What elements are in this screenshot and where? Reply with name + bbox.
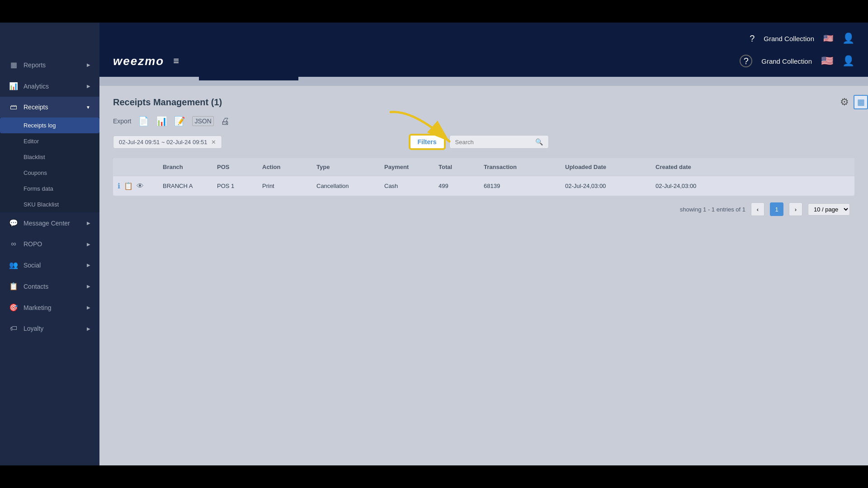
settings-icon[interactable]: ⚙	[840, 96, 849, 108]
menu-hamburger[interactable]: ≡	[173, 55, 179, 67]
ropo-icon: ∞	[9, 240, 18, 248]
ropo-expand-arrow: ▶	[87, 242, 90, 247]
search-icon: 🔍	[535, 138, 543, 145]
row-payment: Cash	[384, 183, 439, 189]
grid-view-icon[interactable]: ▦	[854, 95, 868, 109]
sidebar-item-reports-label: Reports	[24, 61, 46, 69]
reports-icon: ▦	[9, 61, 18, 69]
sub-item-blacklist[interactable]: Blacklist	[0, 149, 99, 165]
sidebar: ▦ Reports ▶ 📊 Analytics ▶ 🗃 Receipts ▼ R…	[0, 23, 99, 488]
row-view-icon[interactable]: 👁	[137, 182, 144, 190]
header-right: ? Grand Collection 🇺🇸 👤	[750, 33, 854, 44]
export-print-icon[interactable]: 🖨	[221, 116, 230, 127]
help-button[interactable]: ?	[750, 33, 755, 44]
user-icon[interactable]: 👤	[842, 33, 854, 44]
sidebar-item-receipts-label: Receipts	[24, 103, 48, 111]
sub-item-editor[interactable]: Editor	[0, 133, 99, 149]
sidebar-item-ropo[interactable]: ∞ ROPO ▶	[0, 234, 99, 254]
content-body: Receipts Management (1) ⚙ ▦ Export 📄 📊 📝…	[99, 86, 868, 488]
sidebar-item-ropo-label: ROPO	[24, 240, 42, 248]
sidebar-item-loyalty-label: Loyalty	[24, 325, 43, 332]
message-center-icon: 💬	[9, 219, 18, 227]
sidebar-item-marketing[interactable]: 🎯 Marketing ▶	[0, 297, 99, 318]
analytics-expand-arrow: ▶	[87, 84, 90, 89]
contacts-icon: 📋	[9, 282, 18, 291]
logo-text: weezmo	[113, 54, 164, 68]
sub-item-coupons[interactable]: Coupons	[0, 165, 99, 181]
col-total: Total	[439, 164, 484, 170]
header-user-icon[interactable]: 👤	[842, 55, 854, 67]
pagination-next[interactable]: ›	[789, 202, 802, 216]
col-type: Type	[316, 164, 384, 170]
row-actions: ℹ 📋 👁	[118, 182, 163, 190]
col-branch: Branch	[163, 164, 217, 170]
receipts-subitems: Receipts log Editor Blacklist Coupons Fo…	[0, 117, 99, 212]
page-size-select[interactable]: 10 / page 25 / page 50 / page	[808, 203, 850, 216]
social-icon: 👥	[9, 261, 18, 269]
contacts-expand-arrow: ▶	[87, 284, 90, 289]
row-uploaded-date: 02-Jul-24,03:00	[565, 183, 656, 189]
filters-button[interactable]: Filters	[410, 135, 445, 149]
row-total: 499	[439, 183, 484, 189]
sidebar-item-contacts[interactable]: 📋 Contacts ▶	[0, 276, 99, 297]
help-icon-btn[interactable]: ?	[740, 55, 752, 67]
export-label: Export	[113, 117, 131, 125]
sub-item-forms-data[interactable]: Forms data	[0, 181, 99, 197]
row-branch: BRANCH A	[163, 183, 217, 189]
search-input[interactable]	[455, 139, 535, 145]
sidebar-item-contacts-label: Contacts	[24, 283, 48, 290]
col-payment: Payment	[384, 164, 439, 170]
analytics-icon: 📊	[9, 82, 18, 90]
sidebar-item-social-label: Social	[24, 262, 41, 269]
receipts-icon: 🗃	[9, 103, 18, 111]
flag-icon: 🇺🇸	[823, 33, 833, 43]
export-doc-icon[interactable]: 📝	[174, 116, 185, 127]
marketing-icon: 🎯	[9, 303, 18, 312]
page-title: Receipts Management (1)	[113, 97, 854, 108]
sidebar-item-message-center[interactable]: 💬 Message Center ▶	[0, 212, 99, 234]
top-right-actions: ⚙ ▦	[840, 95, 868, 109]
data-table: Branch POS Action Type Payment Total Tra…	[113, 158, 854, 196]
loyalty-icon: 🏷	[9, 324, 18, 333]
message-center-expand-arrow: ▶	[87, 221, 90, 225]
row-info-icon[interactable]: ℹ	[118, 182, 120, 190]
col-pos: POS	[217, 164, 262, 170]
header-flag: 🇺🇸	[821, 55, 833, 67]
sidebar-item-reports[interactable]: ▦ Reports ▶	[0, 54, 99, 75]
main-content: ? Grand Collection 🇺🇸 👤 weezmo ≡ weezmo …	[99, 23, 868, 488]
sidebar-item-analytics-label: Analytics	[24, 83, 49, 90]
sub-item-receipts-log[interactable]: Receipts log	[0, 117, 99, 133]
pagination-page-1[interactable]: 1	[770, 202, 783, 216]
date-filter[interactable]: 02-Jul-24 09:51 ~ 02-Jul-24 09:51 ✕	[113, 136, 222, 149]
export-row: Export 📄 📊 📝 JSON 🖨	[113, 116, 854, 127]
sidebar-item-social[interactable]: 👥 Social ▶	[0, 254, 99, 276]
row-receipt-icon[interactable]: 📋	[124, 182, 133, 190]
row-transaction: 68139	[484, 183, 565, 189]
col-created-date: Created date	[656, 164, 746, 170]
receipts-expand-arrow: ▼	[86, 105, 90, 110]
row-type: Cancellation	[316, 183, 384, 189]
export-pdf-icon[interactable]: 📄	[138, 116, 149, 127]
marketing-expand-arrow: ▶	[87, 305, 90, 310]
header-store-name: Grand Collection	[761, 57, 812, 65]
pagination: showing 1 - 1 entries of 1 ‹ 1 › 10 / pa…	[113, 196, 854, 223]
sidebar-item-receipts[interactable]: 🗃 Receipts ▼	[0, 97, 99, 117]
export-json-icon[interactable]: JSON	[192, 116, 213, 126]
date-filter-close[interactable]: ✕	[211, 139, 216, 145]
col-action: Action	[262, 164, 316, 170]
pagination-showing: showing 1 - 1 entries of 1	[680, 206, 745, 213]
sidebar-item-loyalty[interactable]: 🏷 Loyalty ▶	[0, 318, 99, 339]
sidebar-item-analytics[interactable]: 📊 Analytics ▶	[0, 75, 99, 97]
sidebar-item-marketing-label: Marketing	[24, 304, 51, 311]
pagination-prev[interactable]: ‹	[751, 202, 764, 216]
topbar-overlay: weezmo ≡ ? Grand Collection 🇺🇸 👤	[99, 45, 868, 77]
social-expand-arrow: ▶	[87, 263, 90, 267]
table-header: Branch POS Action Type Payment Total Tra…	[113, 158, 854, 176]
date-filter-value: 02-Jul-24 09:51 ~ 02-Jul-24 09:51	[119, 139, 208, 145]
col-transaction: Transaction	[484, 164, 565, 170]
export-xls-icon[interactable]: 📊	[156, 116, 167, 127]
sub-item-sku-blacklist[interactable]: SKU Blacklist	[0, 197, 99, 212]
col-uploaded-date: Uploaded Date	[565, 164, 656, 170]
store-name: Grand Collection	[764, 35, 814, 42]
filter-row: 02-Jul-24 09:51 ~ 02-Jul-24 09:51 ✕	[113, 135, 854, 149]
